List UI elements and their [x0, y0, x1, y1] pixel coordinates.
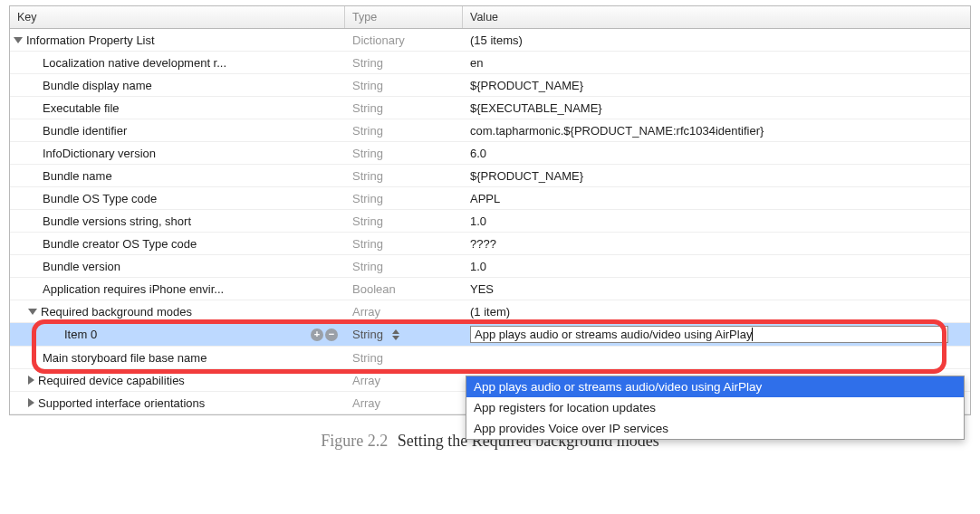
row-root[interactable]: Information Property List Dictionary (15…: [10, 29, 970, 52]
table-row[interactable]: Bundle nameString${PRODUCT_NAME}: [10, 165, 970, 187]
row-required-background-modes[interactable]: Required background modes Array (1 item): [10, 300, 970, 323]
key-cell: Bundle version: [43, 260, 120, 273]
key-cell: Application requires iPhone envir...: [43, 282, 224, 296]
type-cell[interactable]: Boolean: [345, 280, 463, 299]
type-cell[interactable]: String: [345, 53, 463, 72]
value-dropdown[interactable]: App plays audio or streams audio/video u…: [466, 376, 965, 440]
value-cell: (15 items): [463, 31, 970, 50]
type-cell[interactable]: String: [345, 121, 463, 140]
key-cell: Bundle name: [43, 169, 112, 183]
value-cell[interactable]: ????: [463, 234, 970, 253]
table-row[interactable]: Executable fileString${EXECUTABLE_NAME}: [10, 97, 970, 119]
type-cell[interactable]: Array: [345, 394, 463, 413]
value-cell[interactable]: 6.0: [463, 144, 970, 163]
type-cell[interactable]: Array: [345, 302, 463, 321]
key-cell: Localization native development r...: [43, 56, 226, 70]
dropdown-option[interactable]: App provides Voice over IP services: [466, 418, 964, 439]
table-row[interactable]: Bundle creator OS Type codeString????: [10, 233, 970, 255]
key-cell: Supported interface orientations: [38, 396, 205, 410]
type-cell[interactable]: String: [345, 144, 463, 163]
disclosure-triangle-icon[interactable]: [28, 376, 34, 385]
key-cell: Bundle versions string, short: [43, 214, 191, 228]
key-cell: InfoDictionary version: [43, 147, 156, 160]
disclosure-triangle-icon[interactable]: [14, 37, 23, 43]
type-cell[interactable]: String: [345, 325, 463, 345]
figure-label: Figure 2.2: [321, 432, 388, 450]
key-cell: Executable file: [43, 101, 120, 115]
add-row-icon[interactable]: +: [311, 328, 323, 341]
table-row[interactable]: Bundle versions string, shortString1.0: [10, 210, 970, 233]
type-cell[interactable]: Dictionary: [345, 31, 463, 50]
header-key[interactable]: Key: [10, 6, 345, 28]
type-cell[interactable]: String: [345, 76, 463, 95]
table-row[interactable]: InfoDictionary versionString6.0: [10, 142, 970, 165]
table-row[interactable]: Bundle OS Type codeStringAPPL: [10, 187, 970, 210]
header-value[interactable]: Value: [463, 6, 970, 28]
value-cell[interactable]: ${PRODUCT_NAME}: [463, 167, 970, 186]
value-input[interactable]: App plays audio or streams audio/video u…: [470, 326, 948, 343]
type-cell[interactable]: String: [345, 189, 463, 208]
type-cell[interactable]: String: [345, 167, 463, 186]
remove-row-icon[interactable]: −: [325, 328, 338, 341]
value-cell[interactable]: 1.0: [463, 257, 970, 276]
type-cell[interactable]: String: [345, 212, 463, 231]
table-row[interactable]: Localization native development r...Stri…: [10, 52, 970, 74]
value-cell: (1 item): [463, 302, 970, 321]
table-row[interactable]: Bundle identifierStringcom.tapharmonic.$…: [10, 119, 970, 142]
value-cell[interactable]: en: [463, 53, 970, 72]
key-cell: Bundle creator OS Type code: [43, 237, 197, 251]
disclosure-triangle-icon[interactable]: [28, 398, 34, 407]
disclosure-triangle-icon[interactable]: [28, 309, 37, 315]
type-cell[interactable]: String: [345, 234, 463, 253]
table-row[interactable]: Application requires iPhone envir...Bool…: [10, 278, 970, 300]
key-cell: Required background modes: [41, 305, 192, 319]
dropdown-option[interactable]: App plays audio or streams audio/video u…: [466, 376, 964, 397]
header-type[interactable]: Type: [345, 6, 463, 28]
key-cell: Bundle identifier: [43, 124, 127, 138]
plist-editor: Key Type Value Information Property List…: [9, 5, 971, 415]
value-cell[interactable]: ${PRODUCT_NAME}: [463, 76, 970, 95]
table-row[interactable]: Main storyboard file base nameString: [10, 347, 970, 369]
table-row[interactable]: Bundle display nameString${PRODUCT_NAME}: [10, 74, 970, 97]
key-cell: Bundle OS Type code: [43, 192, 157, 205]
key-cell: Required device capabilities: [38, 374, 185, 387]
value-cell[interactable]: 1.0: [463, 212, 970, 231]
value-cell[interactable]: App plays audio or streams audio/video u…: [463, 323, 970, 346]
row-item-0[interactable]: Item 0 + − String App plays audio or str…: [10, 323, 970, 347]
key-cell: Main storyboard file base name: [43, 351, 207, 365]
key-cell: Bundle display name: [43, 79, 152, 92]
value-cell[interactable]: ${EXECUTABLE_NAME}: [463, 99, 970, 118]
table-header-row: Key Type Value: [10, 6, 970, 29]
type-cell[interactable]: String: [345, 348, 463, 367]
value-cell[interactable]: APPL: [463, 189, 970, 208]
type-cell[interactable]: String: [345, 257, 463, 276]
value-cell[interactable]: com.tapharmonic.${PRODUCT_NAME:rfc1034id…: [463, 121, 970, 140]
type-cell[interactable]: Array: [345, 371, 463, 390]
table-row[interactable]: Bundle versionString1.0: [10, 255, 970, 278]
key-cell: Information Property List: [26, 33, 155, 47]
value-cell[interactable]: YES: [463, 280, 970, 299]
type-stepper-icon[interactable]: [392, 328, 404, 341]
value-cell[interactable]: [463, 355, 970, 360]
key-cell: Item 0: [64, 328, 97, 341]
type-cell[interactable]: String: [345, 99, 463, 118]
dropdown-option[interactable]: App registers for location updates: [466, 397, 964, 418]
